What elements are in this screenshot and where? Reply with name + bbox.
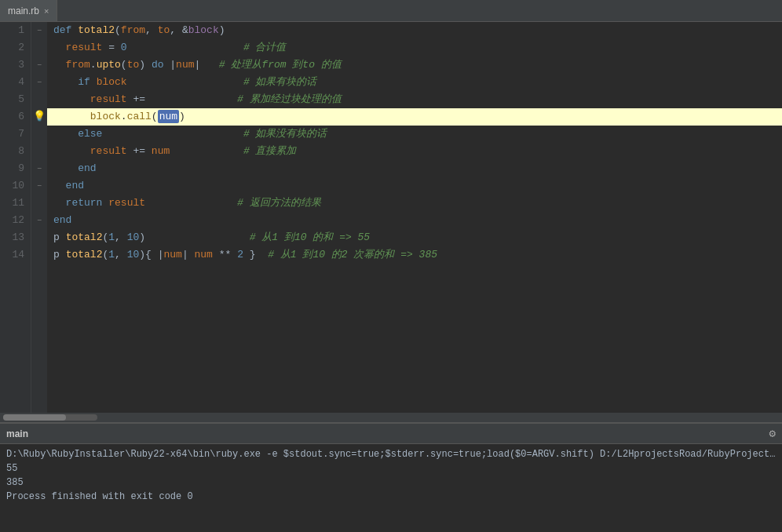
gutter-row[interactable] (31, 39, 47, 56)
line-number: 5 (0, 91, 31, 108)
code-line: end (47, 160, 782, 177)
code-lines[interactable]: def total2(from, to, &block) result = 0 … (47, 22, 782, 413)
code-line: else # 如果没有块的话 (47, 126, 782, 143)
gutter-row[interactable] (31, 126, 47, 143)
code-line: if block # 如果有块的话 (47, 74, 782, 91)
output-line-2: 385 (6, 476, 776, 490)
gutter: −−−💡−−− (31, 22, 47, 413)
scrollbar-thumb[interactable] (3, 414, 66, 421)
scrollbar-area (0, 413, 782, 422)
tab-label: main.rb (8, 5, 39, 16)
scrollbar-track[interactable] (3, 414, 97, 421)
fold-icon[interactable]: − (37, 27, 42, 35)
bulb-icon: 💡 (33, 111, 46, 122)
code-line: p total2(1, 10){ |num| num ** 2 } # 从1 到… (47, 246, 782, 264)
fold-icon[interactable]: − (37, 217, 42, 225)
gutter-row[interactable] (31, 143, 47, 160)
cmd-line: D:\Ruby\RubyInstaller\Ruby22-x64\bin\rub… (6, 447, 776, 461)
code-line: p total2(1, 10) # 从1 到10 的和 => 55 (47, 229, 782, 246)
exit-line: Process finished with exit code 0 (6, 490, 776, 504)
code-line: block.call(num) (47, 108, 782, 126)
code-line: from.upto(to) do |num| # 处理从from 到to 的值 (47, 56, 782, 74)
bottom-panel-header: main ⚙ (0, 424, 782, 444)
code-container: 1234567891011121314 −−−💡−−− def total2(f… (0, 22, 782, 413)
fold-icon[interactable]: − (37, 78, 42, 87)
code-line: result += num # 直接累加 (47, 143, 782, 160)
gutter-row[interactable]: − (31, 22, 47, 39)
gutter-row[interactable] (31, 195, 47, 212)
code-line: end (47, 177, 782, 195)
line-number: 1 (0, 22, 31, 39)
gutter-row[interactable]: − (31, 56, 47, 74)
title-bar: main.rb × (0, 0, 782, 22)
line-number: 3 (0, 56, 31, 74)
gutter-row[interactable]: 💡 (31, 108, 47, 126)
line-number: 4 (0, 74, 31, 91)
bottom-panel-title: main (6, 428, 28, 439)
fold-icon[interactable]: − (37, 165, 42, 173)
line-number: 8 (0, 143, 31, 160)
output-line-1: 55 (6, 461, 776, 476)
fold-icon[interactable]: − (37, 182, 42, 191)
fold-icon[interactable]: − (37, 61, 42, 70)
gutter-row[interactable]: − (31, 212, 47, 229)
code-line: end (47, 212, 782, 229)
gear-icon[interactable]: ⚙ (769, 427, 776, 440)
bottom-panel: main ⚙ D:\Ruby\RubyInstaller\Ruby22-x64\… (0, 422, 782, 532)
code-line: result += # 累加经过块处理的值 (47, 91, 782, 108)
gutter-row[interactable] (31, 91, 47, 108)
line-numbers: 1234567891011121314 (0, 22, 31, 413)
gutter-row[interactable]: − (31, 74, 47, 91)
line-number: 14 (0, 246, 31, 264)
line-number: 11 (0, 195, 31, 212)
gutter-row[interactable]: − (31, 177, 47, 195)
gutter-row[interactable] (31, 246, 47, 264)
editor-tab[interactable]: main.rb × (0, 0, 57, 21)
line-number: 10 (0, 177, 31, 195)
gutter-row[interactable] (31, 229, 47, 246)
line-number: 13 (0, 229, 31, 246)
line-number: 6 (0, 108, 31, 126)
tab-close-button[interactable]: × (44, 6, 49, 16)
left-gutter: 1234567891011121314 −−−💡−−− (0, 22, 47, 413)
line-number: 2 (0, 39, 31, 56)
line-number: 7 (0, 126, 31, 143)
line-number: 9 (0, 160, 31, 177)
code-line: result = 0 # 合计值 (47, 39, 782, 56)
gutter-row[interactable]: − (31, 160, 47, 177)
editor-area: 1234567891011121314 −−−💡−−− def total2(f… (0, 22, 782, 422)
line-number: 12 (0, 212, 31, 229)
bottom-panel-content: D:\Ruby\RubyInstaller\Ruby22-x64\bin\rub… (0, 444, 782, 532)
code-line: def total2(from, to, &block) (47, 22, 782, 39)
code-line: return result # 返回方法的结果 (47, 195, 782, 212)
